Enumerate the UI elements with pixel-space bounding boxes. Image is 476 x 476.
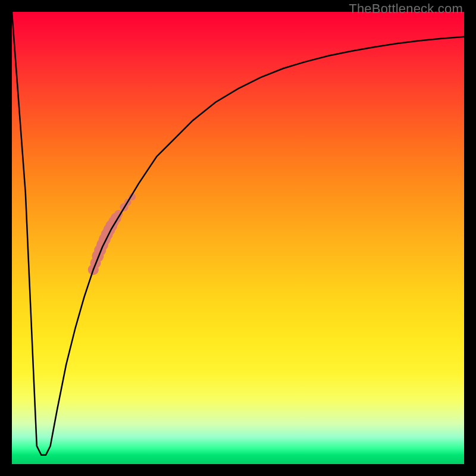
chart-svg <box>12 12 464 464</box>
bottleneck-curve <box>12 12 464 455</box>
watermark-text: TheBottleneck.com <box>349 1 463 17</box>
plot-area <box>12 12 464 464</box>
chart-canvas: TheBottleneck.com <box>0 0 476 476</box>
marker-group <box>88 193 136 275</box>
